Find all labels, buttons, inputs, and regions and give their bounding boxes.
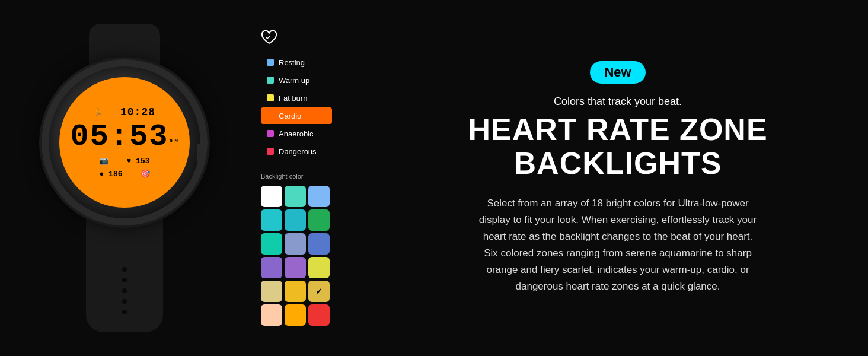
- watch-crown: [197, 144, 205, 164]
- color-swatch-6[interactable]: [261, 233, 282, 255]
- watch-middle-row: 05:53 ᴿᴹ: [71, 122, 179, 152]
- watch-screen-inner: 🏃 10:28 05:53 ᴿᴹ 📷 ♥ 153 ● 186: [71, 106, 179, 179]
- color-swatch-12[interactable]: [261, 281, 282, 302]
- main-title: HEART RATE ZONE BACKLIGHTS: [468, 113, 767, 180]
- watch-steps-stat: ● 186: [99, 170, 122, 179]
- color-swatch-13[interactable]: [285, 281, 306, 302]
- subtitle: Colors that track your beat.: [554, 96, 682, 108]
- watch-bottom-row: 📷 ♥ 153: [99, 156, 149, 166]
- watch-heart-stat: ♥ 153: [126, 157, 149, 166]
- zone-item-warm-up[interactable]: Warm up: [261, 72, 332, 88]
- color-swatch-3[interactable]: [261, 209, 282, 231]
- main-title-line1: HEART RATE ZONE: [468, 113, 767, 147]
- zone-item-fat-burn[interactable]: Fat burn: [261, 90, 332, 106]
- color-swatch-10[interactable]: [285, 257, 306, 278]
- watch-large-time: 05:53: [71, 122, 169, 152]
- watch-run-icon: 🏃: [94, 108, 103, 116]
- watch-small-time: 10:28: [120, 106, 155, 118]
- watch-stats-row: ● 186 🎯: [99, 169, 149, 179]
- color-swatch-1[interactable]: [285, 186, 306, 207]
- watch-body: 🏃 10:28 05:53 ᴿᴹ 📷 ♥ 153 ● 186: [42, 59, 208, 225]
- zone-label: Anaerobic: [279, 129, 314, 138]
- color-swatch-15[interactable]: [261, 304, 282, 326]
- zone-color-dot: [267, 130, 274, 137]
- strap-hole-5: [122, 310, 127, 314]
- description: Select from an array of 18 bright colors…: [476, 195, 760, 295]
- color-swatch-14[interactable]: [308, 281, 330, 302]
- zone-item-cardio[interactable]: Cardio: [261, 107, 332, 124]
- zone-color-dot: [267, 94, 274, 101]
- zones-section: RestingWarm upFat burnCardioAnaerobicDan…: [249, 30, 368, 326]
- zone-item-resting[interactable]: Resting: [261, 54, 332, 71]
- color-swatch-7[interactable]: [285, 233, 306, 255]
- watch-screen: 🏃 10:28 05:53 ᴿᴹ 📷 ♥ 153 ● 186: [59, 77, 190, 208]
- strap-hole-1: [122, 267, 127, 272]
- zone-color-dot: [267, 148, 274, 155]
- zone-color-dot: [267, 77, 274, 84]
- zone-item-dangerous[interactable]: Dangerous: [261, 143, 332, 160]
- content-section: New Colors that track your beat. HEART R…: [368, 37, 868, 319]
- color-swatch-11[interactable]: [308, 257, 330, 278]
- strap-holes: [122, 267, 127, 314]
- page-container: 🏃 10:28 05:53 ᴿᴹ 📷 ♥ 153 ● 186: [0, 0, 868, 356]
- zone-item-anaerobic[interactable]: Anaerobic: [261, 125, 332, 142]
- color-swatch-9[interactable]: [261, 257, 282, 278]
- zone-label: Dangerous: [279, 147, 317, 156]
- watch-wrapper: 🏃 10:28 05:53 ᴿᴹ 📷 ♥ 153 ● 186: [18, 24, 231, 332]
- new-badge: New: [590, 61, 645, 84]
- palette-grid: [261, 186, 330, 326]
- color-swatch-5[interactable]: [308, 209, 330, 231]
- palette-section: Backlight color: [261, 173, 330, 326]
- zone-color-dot: [267, 112, 274, 119]
- zone-label: Fat burn: [279, 94, 307, 103]
- watch-seconds: ᴿᴹ: [169, 138, 179, 148]
- zones-container: RestingWarm upFat burnCardioAnaerobicDan…: [261, 54, 332, 161]
- zone-label: Warm up: [279, 76, 309, 85]
- heart-rate-icon: [261, 30, 277, 48]
- color-swatch-17[interactable]: [308, 304, 330, 326]
- color-swatch-16[interactable]: [285, 304, 306, 326]
- strap-hole-2: [122, 278, 127, 282]
- strap-hole-4: [122, 299, 127, 304]
- watch-target-icon: 🎯: [141, 169, 150, 179]
- zone-label: Cardio: [279, 112, 301, 120]
- zone-color-dot: [267, 59, 274, 66]
- palette-label: Backlight color: [261, 173, 330, 180]
- watch-top-row: 🏃 10:28: [94, 106, 155, 118]
- color-swatch-4[interactable]: [285, 209, 306, 231]
- color-swatch-0[interactable]: [261, 186, 282, 207]
- color-swatch-8[interactable]: [308, 233, 330, 255]
- watch-camera-icon: 📷: [99, 156, 108, 166]
- watch-section: 🏃 10:28 05:53 ᴿᴹ 📷 ♥ 153 ● 186: [0, 0, 249, 356]
- color-swatch-2[interactable]: [308, 186, 330, 207]
- zone-label: Resting: [279, 58, 305, 67]
- strap-hole-3: [122, 288, 127, 293]
- main-title-line2: BACKLIGHTS: [468, 147, 767, 180]
